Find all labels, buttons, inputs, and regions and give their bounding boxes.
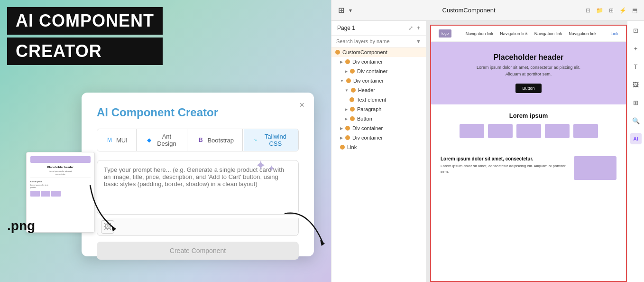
preview-header: Placeholder header — [30, 166, 91, 169]
layer-div-3[interactable]: ▼ Div container — [331, 76, 426, 85]
canvas-area: logo Navigation link Navigation link Nav… — [426, 21, 627, 282]
figma-body: Page 1 ⤢ + ▼ CustomComponent ▶ Div c — [331, 21, 644, 282]
layers-list: CustomComponent ▶ Div container ▶ Div co… — [331, 47, 426, 282]
prompt-footer: 🖼 — [97, 218, 299, 236]
close-button[interactable]: × — [299, 100, 304, 110]
card-3 — [516, 124, 541, 138]
layer-button[interactable]: ▶ Button — [331, 114, 426, 123]
nav-link-3: Navigation link — [534, 31, 562, 36]
page-name: Page 1 — [337, 25, 355, 31]
layer-name: Div container — [357, 68, 387, 74]
frame-tool[interactable]: + — [630, 43, 642, 54]
layer-dot — [350, 69, 355, 74]
expand-arrow: ▶ — [340, 126, 343, 131]
preview-lorem-text: Lorem ipsum dolor sit atporttitor. — [30, 184, 91, 189]
settings-icon[interactable]: ⬒ — [632, 7, 637, 14]
layer-paragraph[interactable]: ▶ Paragraph — [331, 104, 426, 114]
layer-div-5[interactable]: ▶ Div container — [331, 133, 426, 142]
png-badge: .png — [7, 218, 35, 234]
layer-dot — [350, 97, 354, 102]
ant-icon: ◆ — [146, 136, 152, 144]
topbar-right-icons: ⊡ 📁 ⊞ ⚡ ⬒ — [586, 7, 637, 14]
ai-tool[interactable]: AI — [630, 133, 642, 144]
select-tool[interactable]: ⊡ — [630, 25, 642, 36]
nav-link-1: Navigation link — [466, 31, 494, 36]
tab-bootstrap[interactable]: B Bootstrap — [188, 129, 243, 151]
layers-header: Page 1 ⤢ + — [331, 21, 426, 36]
layer-name: Div container — [352, 125, 383, 131]
tab-ant-label: Ant Design — [155, 133, 178, 147]
image-icon: 🖼 — [104, 223, 111, 231]
layer-custom-component[interactable]: CustomComponent — [331, 47, 426, 57]
image-upload-icon[interactable]: 🖼 — [101, 220, 114, 234]
comp-bottom: Lorem ipsum dolor sit amet, consectetur.… — [431, 150, 626, 187]
expand-arrow: ▼ — [340, 79, 344, 83]
search-tool[interactable]: 🔍 — [630, 115, 642, 126]
nav-link-4: Navigation link — [569, 31, 597, 36]
layer-name: Link — [347, 144, 357, 150]
layer-header[interactable]: ▼ Header — [331, 85, 426, 95]
comp-logo: logo — [439, 29, 451, 38]
layer-link[interactable]: Link — [331, 142, 426, 152]
component-icon[interactable]: ⊞ — [609, 7, 614, 14]
folder-icon[interactable]: 📁 — [596, 7, 603, 14]
comp-nav-links: Navigation link Navigation link Navigati… — [461, 31, 601, 36]
layer-name: CustomComponent — [342, 49, 387, 55]
preview-lorem-title: Lorem ipsum — [30, 180, 91, 183]
filter-icon[interactable]: ▼ — [416, 38, 421, 44]
add-layer-icon[interactable]: + — [417, 25, 420, 31]
layer-name: Paragraph — [357, 106, 381, 112]
layer-dot — [345, 126, 350, 131]
layer-div-2[interactable]: ▶ Div container — [331, 66, 426, 76]
preview-card: Placeholder header Lorem ipsum dolor sit… — [26, 152, 95, 233]
layers-search-input[interactable] — [336, 38, 413, 44]
component-tool[interactable]: ⊞ — [630, 97, 642, 108]
layer-div-4[interactable]: ▶ Div container — [331, 123, 426, 133]
expand-arrow: ▶ — [345, 117, 348, 121]
text-tool[interactable]: T — [630, 61, 642, 72]
create-component-button[interactable]: Create Component — [97, 242, 299, 260]
image-tool[interactable]: 🖼 — [630, 79, 642, 90]
expand-arrow: ▶ — [345, 69, 348, 74]
tools-panel: ⊡ + T 🖼 ⊞ 🔍 AI — [627, 21, 644, 282]
title-creator: CREATOR — [7, 38, 163, 65]
layer-name: Text element — [357, 97, 386, 103]
layer-name: Div container — [352, 59, 383, 65]
bootstrap-icon: B — [197, 136, 204, 144]
tab-mui[interactable]: M MUI — [97, 129, 137, 151]
hero-title: Placeholder header — [441, 53, 616, 62]
layer-dot — [350, 116, 355, 121]
preview-boxes-row — [30, 191, 91, 197]
card-5 — [573, 124, 598, 138]
comp-navbar: logo Navigation link Navigation link Nav… — [431, 26, 626, 42]
layer-name: Div container — [353, 78, 384, 84]
layer-div-1[interactable]: ▶ Div container — [331, 57, 426, 66]
layer-dot — [351, 88, 356, 93]
preview-divider — [30, 178, 91, 178]
card-2 — [488, 124, 513, 138]
flash-icon[interactable]: ⚡ — [619, 7, 626, 14]
layer-dot — [346, 78, 351, 83]
svg-marker-1 — [320, 240, 325, 246]
tab-tailwind[interactable]: ~ Tailwind CSS — [244, 129, 298, 151]
grid-icon[interactable]: ⊞ — [338, 6, 344, 15]
view-dropdown[interactable]: ▾ — [349, 7, 352, 14]
bottom-card — [574, 156, 616, 180]
layer-text[interactable]: Text element — [331, 95, 426, 104]
layers-search-bar: ▼ — [331, 36, 426, 47]
canvas-frame: logo Navigation link Navigation link Nav… — [430, 25, 627, 282]
cards-row — [441, 124, 616, 138]
tab-mui-label: MUI — [116, 137, 128, 144]
preview-box-2 — [41, 191, 50, 197]
modal-title: AI Component Creator — [97, 106, 299, 119]
prompt-textarea[interactable] — [97, 160, 299, 215]
framework-tabs: M MUI ◆ Ant Design B Bootstrap ~ Tailwin… — [97, 129, 299, 151]
card-1 — [460, 124, 484, 138]
resize-icon[interactable]: ⊡ — [586, 7, 590, 14]
expand-icon[interactable]: ⤢ — [408, 25, 413, 31]
layer-name: Header — [358, 87, 375, 93]
expand-arrow: ▶ — [340, 136, 343, 140]
expand-arrow: ▶ — [340, 60, 343, 64]
hero-button[interactable]: Button — [515, 84, 541, 93]
tab-ant[interactable]: ◆ Ant Design — [138, 129, 188, 151]
